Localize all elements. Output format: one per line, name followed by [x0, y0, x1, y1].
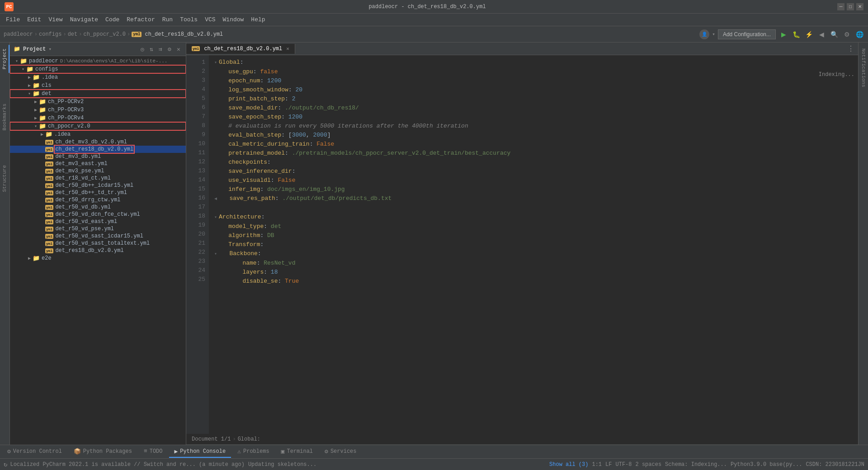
bottom-tab-python-console[interactable]: ▶ Python Console	[169, 446, 231, 458]
tree-item-det-r18-vd-ct[interactable]: yml det_r18_vd_ct.yml	[10, 175, 186, 182]
bottom-tab-todo[interactable]: ≡ TODO	[138, 446, 168, 457]
fold-16[interactable]: ◀	[214, 196, 217, 201]
status-left: ↻ Localized PyCharm 2022.1 is available …	[4, 461, 245, 468]
tree-item-det-mv3-db[interactable]: yml det_mv3_db.yml	[10, 153, 186, 160]
debug-button[interactable]: 🐛	[791, 29, 801, 39]
menu-edit[interactable]: Edit	[24, 15, 45, 24]
breadcrumb-det[interactable]: det	[68, 31, 78, 38]
tree-item-det-r50-td-tr[interactable]: yml det_r50_db++_td_tr.yml	[10, 189, 186, 196]
tree-item-idea[interactable]: ▶ 📁 .idea	[10, 73, 186, 81]
bottom-tab-version-control[interactable]: ⚙ Version Control	[2, 446, 67, 458]
breadcrumb-paddleocr[interactable]: paddleocr	[4, 31, 33, 38]
sidebar-tab-structure[interactable]: Structure	[0, 161, 9, 195]
menu-window[interactable]: Window	[219, 15, 248, 24]
menu-code[interactable]: Code	[102, 15, 123, 24]
menu-file[interactable]: File	[2, 15, 24, 24]
tree-item-configs[interactable]: ▾ 📁 configs	[10, 65, 186, 73]
sidebar-tab-bookmarks[interactable]: Bookmarks	[0, 100, 9, 134]
breadcrumb-file[interactable]: ch_det_res18_db_v2.0.yml	[145, 31, 223, 38]
breadcrumb-configs[interactable]: configs	[39, 31, 61, 38]
search-button[interactable]: 🔍	[829, 29, 839, 39]
tab-close-button[interactable]: ✕	[286, 46, 289, 52]
show-all-button[interactable]: Show all (3)	[549, 461, 588, 468]
sidebar-tab-project[interactable]: Project	[0, 45, 9, 73]
tree-item-det-r50-sast-totaltext[interactable]: yml det_r50_vd_sast_totaltext.yml	[10, 240, 186, 247]
tree-item-ch-pp-ocrv2[interactable]: ▶ 📁 ch_PP-OCRv2	[10, 98, 186, 106]
indent-indicator[interactable]: 2 spaces	[636, 461, 662, 468]
tree-item-ch-det-mv3[interactable]: yml ch_det_mv3_db_v2.0.yml	[10, 138, 186, 146]
label-cls: cls	[42, 82, 52, 89]
tree-item-det[interactable]: ▾ 📁 det	[10, 90, 186, 98]
tree-item-det-mv3-east[interactable]: yml det_mv3_east.yml	[10, 160, 186, 167]
tree-item-ch-det-res18[interactable]: yml ch_det_res18_db_v2.0.yml	[10, 146, 186, 153]
tree-item-det-r50-vd-east[interactable]: yml det_r50_vd_east.yml	[10, 218, 186, 225]
code-line-12: checkpoints:	[214, 158, 853, 167]
fold-1[interactable]: ▾	[214, 60, 217, 65]
bottom-tab-terminal[interactable]: ▣ Terminal	[276, 446, 318, 458]
label-det-res18-db: det_res18_db_v2.0.yml	[55, 247, 123, 254]
bottom-tab-python-packages[interactable]: 📦 Python Packages	[68, 446, 137, 458]
line-num-7: 7	[190, 112, 205, 121]
position-indicator[interactable]: 1:1	[592, 461, 602, 468]
menu-help[interactable]: Help	[247, 15, 269, 24]
tree-item-ch-pp-ocrv3[interactable]: ▶ 📁 ch_PP-OCRv3	[10, 106, 186, 114]
python-version-indicator[interactable]: Python3.9.0 base(py...	[731, 461, 802, 468]
expand-icon[interactable]: ⇅	[148, 46, 155, 53]
minimize-button[interactable]: ─	[837, 3, 844, 10]
line-num-12: 12	[190, 157, 205, 166]
encoding-indicator[interactable]: UTF-8	[615, 461, 632, 468]
code-editor[interactable]: 1 2 3 4 5 6 7 8 9 10 11 12 13 14 15 16 1…	[186, 55, 858, 434]
bottom-tab-services[interactable]: ⚙ Services	[319, 446, 362, 458]
profile-button[interactable]: ◀	[816, 29, 826, 39]
tree-item-det-r50-sast-icdar15[interactable]: yml det_r50_vd_sast_icdar15.yml	[10, 233, 186, 240]
fold-22[interactable]: ▾	[214, 252, 217, 256]
panel-dropdown[interactable]: ▾	[48, 46, 52, 52]
label-idea: .idea	[42, 74, 58, 81]
menu-tools[interactable]: Tools	[176, 15, 201, 24]
yaml-tag-breadcrumb: yml	[132, 32, 142, 37]
line-num-23: 23	[190, 257, 205, 266]
collapse-icon[interactable]: ⇉	[157, 46, 164, 53]
problems-label: Problems	[243, 448, 269, 455]
tree-item-det-mv3-pse[interactable]: yml det_mv3_pse.yml	[10, 167, 186, 175]
locate-icon[interactable]: ◎	[139, 46, 146, 53]
coverage-button[interactable]: ⚡	[804, 29, 814, 39]
tree-item-det-r50-vd-dcn[interactable]: yml det_r50_vd_dcn_fce_ctw.yml	[10, 211, 186, 218]
menu-refactor[interactable]: Refactor	[123, 15, 158, 24]
maximize-button[interactable]: □	[847, 3, 854, 10]
tree-item-det-r50-vd-db[interactable]: yml det_r50_vd_db.yml	[10, 204, 186, 211]
menu-vcs[interactable]: VCS	[201, 15, 219, 24]
line-ending-indicator[interactable]: LF	[605, 461, 612, 468]
settings-panel-icon[interactable]: ⚙	[166, 46, 173, 53]
editor-tab-ch-det-res18[interactable]: yml ch_det_res18_db_v2.0.yml ✕	[186, 44, 295, 54]
menu-view[interactable]: View	[45, 15, 66, 24]
add-configuration-button[interactable]: Add Configuration...	[718, 29, 776, 39]
tab-more-button[interactable]: ⋮	[844, 44, 858, 53]
settings-button[interactable]: ⚙	[842, 29, 852, 39]
folder-icon-configs: 📁	[26, 66, 33, 73]
run-button[interactable]: ▶	[778, 29, 788, 39]
arrow-cls: ▶	[26, 83, 33, 88]
tree-item-cls[interactable]: ▶ 📁 cls	[10, 81, 186, 90]
bottom-tab-problems[interactable]: ⚠ Problems	[232, 446, 274, 458]
label-ch-det-mv3: ch_det_mv3_db_v2.0.yml	[55, 139, 127, 145]
user-dropdown[interactable]: ▾	[712, 31, 715, 37]
close-panel-icon[interactable]: ✕	[175, 46, 182, 53]
tree-item-det-r50-drrg-ctw[interactable]: yml det_r50_drrg_ctw.yml	[10, 196, 186, 204]
tree-item-idea2[interactable]: ▶ 📁 .idea	[10, 130, 186, 138]
fold-18[interactable]: ▾	[214, 215, 217, 220]
tree-item-e2e[interactable]: ▶ 📁 e2e	[10, 254, 186, 262]
tree-item-det-r50-icdar15[interactable]: yml det_r50_db++_icdar15.yml	[10, 182, 186, 189]
tree-item-det-res18-db[interactable]: yml det_res18_db_v2.0.yml	[10, 247, 186, 254]
breadcrumb-ch-ppocr-v2[interactable]: ch_ppocr_v2.0	[83, 31, 126, 38]
color-button[interactable]: 🌐	[854, 29, 864, 39]
tree-item-paddleocr[interactable]: ▾ 📁 paddleocr D:\Anaconda\envs\AI_Ocr\Li…	[10, 57, 186, 65]
tree-item-ch-ppocr-v2[interactable]: ▾ 📁 ch_ppocr_v2.0	[10, 122, 186, 130]
menu-run[interactable]: Run	[159, 15, 176, 24]
menu-navigate[interactable]: Navigate	[66, 15, 102, 24]
close-button[interactable]: ✕	[856, 3, 863, 10]
tree-item-det-r50-vd-pse[interactable]: yml det_r50_vd_pse.yml	[10, 225, 186, 233]
code-content[interactable]: ▾Global: use_gpu: false epoch_num: 1200 …	[209, 55, 858, 434]
notifications-tab[interactable]: Notifications	[859, 45, 868, 91]
tree-item-ch-pp-ocrv4[interactable]: ▶ 📁 ch_PP-OCRv4	[10, 114, 186, 122]
